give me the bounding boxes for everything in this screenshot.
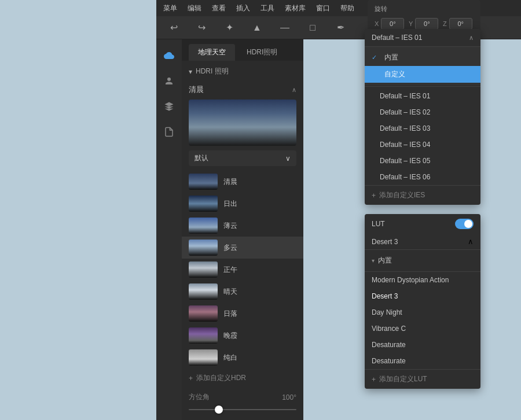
azimuth-slider-track[interactable]: [189, 409, 296, 410]
ies-header[interactable]: Default – IES 01 ∧: [365, 29, 480, 47]
minus-icon[interactable]: —: [277, 20, 293, 36]
sidebar-icon-cloud[interactable]: [160, 46, 178, 65]
rotation-fields: X Y Z: [375, 18, 474, 30]
ies-list-item-01[interactable]: Default – IES 01: [365, 88, 480, 104]
menu-item-menu[interactable]: 菜单: [163, 3, 177, 13]
lut-add-icon: +: [372, 375, 376, 384]
rotation-title: 旋转: [375, 5, 474, 13]
lut-title: LUT: [372, 220, 385, 228]
list-item[interactable]: 晚霞: [182, 325, 303, 347]
ies-list-item-02[interactable]: Default – IES 02: [365, 104, 480, 120]
lut-item-2[interactable]: Desert 3: [365, 288, 480, 304]
add-custom-hdr-button[interactable]: + 添加自定义HDR: [182, 369, 303, 388]
lut-panel: LUT Desert 3 ∧ ▾ 内置 Modern Dystopian Act…: [365, 214, 480, 389]
item-label-clear: 晴天: [223, 287, 237, 297]
list-item[interactable]: 正午: [182, 259, 303, 281]
menu-item-help[interactable]: 帮助: [340, 3, 354, 13]
sidebar-icon-layers[interactable]: [160, 97, 178, 116]
ies-list-item-03[interactable]: Default – IES 03: [365, 120, 480, 137]
menu-item-edit[interactable]: 编辑: [188, 3, 201, 13]
section-header[interactable]: 清晨 ∧: [182, 80, 303, 100]
list-item[interactable]: 薄云: [182, 215, 303, 237]
menu-item-window[interactable]: 窗口: [316, 3, 330, 13]
list-item[interactable]: 纯白: [182, 347, 303, 369]
thumb-white: [189, 349, 218, 366]
ies-add-label: 添加自定义IES: [379, 190, 425, 200]
lut-builtin-label: 内置: [378, 256, 392, 266]
list-item[interactable]: 日落: [182, 303, 303, 325]
rotation-z-label: Z: [443, 20, 447, 27]
rotation-x-field: X: [375, 18, 405, 30]
add-custom-label: 添加自定义HDR: [196, 373, 246, 383]
default-label: 默认: [195, 153, 208, 163]
item-label-dusk: 晚霞: [223, 331, 237, 341]
list-item-selected[interactable]: 多云: [182, 237, 303, 259]
sun-icon[interactable]: ✦: [221, 20, 237, 36]
thumb-clear: [189, 283, 218, 300]
tab-geo-sky[interactable]: 地理天空: [189, 44, 235, 61]
thumb-noon: [189, 261, 218, 278]
menu-item-insert[interactable]: 插入: [236, 3, 250, 13]
rect-icon[interactable]: □: [304, 20, 321, 36]
rotation-z-field: Z: [443, 18, 474, 30]
lut-chevron: ∧: [468, 237, 474, 246]
ies-builtin-check: ✓: [372, 54, 380, 61]
tab-hdri[interactable]: HDRI照明: [237, 44, 287, 61]
menu-item-tools[interactable]: 工具: [260, 3, 274, 13]
section-title: 清晨: [189, 84, 204, 95]
rotation-x-input[interactable]: [381, 18, 404, 30]
lut-add-button[interactable]: + 添加自定义LUT: [365, 369, 480, 389]
thumb-dusk: [189, 327, 218, 344]
lut-toggle[interactable]: [455, 219, 474, 229]
ies-list-item-06[interactable]: Default – IES 06: [365, 169, 480, 185]
list-item[interactable]: 日出: [182, 193, 303, 215]
lut-builtin-arrow: ▾: [372, 257, 375, 264]
ies-list-item-04[interactable]: Default – IES 04: [365, 137, 480, 153]
sidebar-icon-doc[interactable]: [160, 123, 178, 141]
list-item[interactable]: 清晨: [182, 171, 303, 193]
section-chevron: ∧: [292, 86, 296, 94]
ies-custom-item[interactable]: 自定义: [365, 66, 480, 83]
hdri-arrow: ▾: [189, 68, 192, 76]
ies-builtin-item[interactable]: ✓ 内置: [365, 49, 480, 66]
rotation-y-input[interactable]: [415, 18, 438, 30]
lut-item-4[interactable]: Vibrance C: [365, 320, 480, 337]
lut-item-3[interactable]: Day Night: [365, 304, 480, 320]
hdri-label: HDRI 照明: [196, 67, 229, 76]
default-dropdown[interactable]: 默认 ∨: [189, 150, 296, 166]
ies-divider: [365, 86, 480, 87]
thumb-thincloud: [189, 218, 218, 234]
lut-item-5[interactable]: Desaturate: [365, 337, 480, 353]
lut-item-1[interactable]: Modern Dystopian Action: [365, 272, 480, 288]
ies-list-item-05[interactable]: Default – IES 05: [365, 153, 480, 169]
lut-selected-row[interactable]: Desert 3 ∧: [365, 234, 480, 250]
sidebar-icon-person[interactable]: [160, 72, 178, 90]
thumb-dawn: [189, 174, 218, 190]
azimuth-slider-thumb[interactable]: [215, 406, 223, 414]
redo-button[interactable]: ↪: [193, 20, 210, 36]
item-label-white: 纯白: [223, 353, 237, 363]
undo-button[interactable]: ↩: [166, 20, 182, 36]
item-label-cloudy: 多云: [223, 243, 237, 253]
list-item[interactable]: 晴天: [182, 281, 303, 303]
thumb-cloudy: [189, 240, 218, 256]
lut-item-6[interactable]: Desaturate: [365, 353, 480, 369]
menu-item-view[interactable]: 查看: [212, 3, 226, 13]
ies-add-button[interactable]: + 添加自定义IES: [365, 185, 480, 205]
azimuth-label: 方位角: [189, 392, 210, 402]
rotation-z-input[interactable]: [449, 18, 472, 30]
default-chevron: ∨: [285, 154, 291, 163]
item-label-sunset: 日落: [223, 309, 237, 319]
mountain-icon[interactable]: ▲: [249, 20, 265, 36]
main-panel: 地理天空 HDRI照明 ▾ HDRI 照明 清晨 ∧ 默认 ∨ 清晨 日出 薄云: [182, 39, 303, 420]
thumb-sunrise: [189, 196, 218, 212]
pen-icon[interactable]: ✒: [332, 20, 348, 36]
lut-builtin-item[interactable]: ▾ 内置: [365, 252, 480, 269]
preview-image: [189, 100, 296, 146]
thumb-sunset: [189, 305, 218, 322]
ies-builtin-label: 内置: [384, 53, 398, 62]
azimuth-slider-container[interactable]: [182, 404, 303, 417]
ies-panel: Default – IES 01 ∧ ✓ 内置 自定义 Default – IE…: [365, 29, 480, 205]
menu-item-assets[interactable]: 素材库: [285, 3, 306, 13]
azimuth-row: 方位角 100°: [182, 388, 303, 404]
